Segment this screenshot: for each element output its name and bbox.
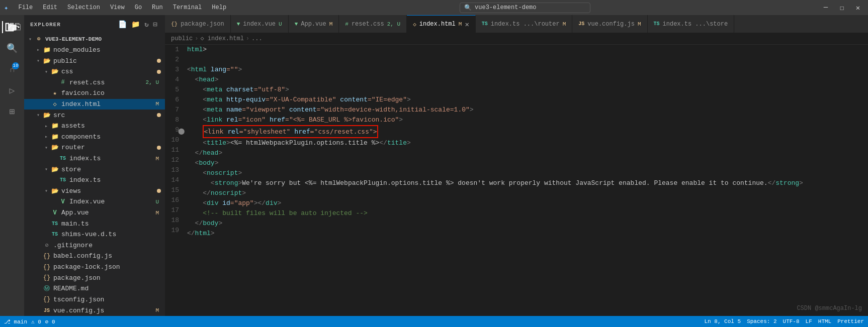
code-line-5: <meta http-equiv="X-UA-Compatible" conte… xyxy=(187,95,866,105)
status-branch[interactable]: ⎇ main xyxy=(4,318,27,325)
close-button[interactable]: ✕ xyxy=(852,3,864,12)
src-arrow: ▾ xyxy=(34,112,42,118)
menu-file[interactable]: File xyxy=(14,3,37,12)
activity-explorer[interactable]: ⎘ xyxy=(2,17,22,37)
refresh-button[interactable]: ↻ xyxy=(143,19,150,30)
tab-reset-css-badge: 2, U xyxy=(387,21,400,27)
code-editor[interactable]: 1 2 3 4 5 6 7 8 9 10 11 12 13 14 15 16 1… xyxy=(165,45,868,316)
activity-search[interactable]: 🔍 xyxy=(2,38,22,58)
gitignore-icon: ⊘ xyxy=(42,242,51,249)
tab-vue-config-label: vue.config.js xyxy=(587,21,635,28)
sidebar-item-views[interactable]: ▾ 📂 views xyxy=(24,186,165,197)
tab-reset-css[interactable]: # reset.css 2, U xyxy=(339,15,407,33)
css-file-icon: # xyxy=(58,79,67,86)
tab-router-index[interactable]: TS index.ts ...\router M xyxy=(476,15,572,33)
sidebar-item-babel[interactable]: {} babel.config.js xyxy=(24,251,165,262)
sidebar-item-reset-css[interactable]: # reset.css 2, U xyxy=(24,77,165,88)
package-json-tab-icon: {} xyxy=(171,21,178,27)
activity-run-debug[interactable]: ▷ xyxy=(2,80,22,100)
vue-config-badge: M xyxy=(155,307,161,313)
sidebar-root[interactable]: ▾ ⊕ VUE3-ELEMENT-DEMO xyxy=(24,34,165,45)
assets-folder-icon: 📁 xyxy=(50,122,59,130)
sidebar-item-readme[interactable]: Ⓜ README.md xyxy=(24,283,165,294)
sidebar-item-router[interactable]: ▾ 📂 router xyxy=(24,142,165,153)
sidebar-item-public[interactable]: ▾ 📂 public xyxy=(24,55,165,66)
router-label: router xyxy=(61,144,157,151)
status-position[interactable]: Ln 8, Col 5 xyxy=(705,318,741,324)
status-eol[interactable]: LF xyxy=(806,318,812,324)
new-file-button[interactable]: 📄 xyxy=(117,19,128,30)
code-line-3: <head> xyxy=(187,75,866,85)
code-line-2: <html lang=""> xyxy=(187,65,866,75)
sidebar-item-app-vue[interactable]: V App.vue M xyxy=(24,207,165,219)
router-index-badge: M xyxy=(155,156,161,162)
menu-selection[interactable]: Selection xyxy=(63,3,104,12)
code-line-18: </html> xyxy=(187,229,866,239)
sidebar-item-node-modules[interactable]: ▸ 📁 node_modules xyxy=(24,45,165,56)
sidebar-item-favicon[interactable]: ★ favicon.ico xyxy=(24,88,165,99)
menu-go[interactable]: Go xyxy=(131,3,146,12)
sidebar-item-src[interactable]: ▾ 📂 src xyxy=(24,110,165,121)
sidebar-item-package-json[interactable]: {} package.json xyxy=(24,272,165,283)
store-ts-icon: TS xyxy=(58,177,67,183)
menu-edit[interactable]: Edit xyxy=(39,3,61,12)
sidebar-item-index-vue[interactable]: V Index.vue U xyxy=(24,196,165,207)
minimize-button[interactable]: ─ xyxy=(820,3,832,12)
sidebar-item-index-html[interactable]: ◇ index.html M xyxy=(24,99,165,110)
status-language[interactable]: HTML xyxy=(818,318,831,324)
tab-store-index[interactable]: TS index.ts ...\store xyxy=(648,15,735,33)
sidebar-item-main-ts[interactable]: TS main.ts xyxy=(24,218,165,229)
status-bar: ⎇ main ⚠ 0 ⊘ 0 Ln 8, Col 5 Spaces: 2 UTF… xyxy=(0,316,868,327)
title-bar-left: ✦ File Edit Selection View Go Run Termin… xyxy=(4,3,230,12)
code-content: html> <html lang=""> <head> <meta charse… xyxy=(185,45,868,316)
sidebar-item-css[interactable]: ▾ 📂 css xyxy=(24,66,165,77)
components-arrow: ▸ xyxy=(42,134,50,140)
menu-run[interactable]: Run xyxy=(148,3,167,12)
status-spaces[interactable]: Spaces: 2 xyxy=(747,318,776,324)
new-folder-button[interactable]: 📁 xyxy=(130,19,141,30)
status-errors[interactable]: ⚠ 0 xyxy=(31,318,41,325)
activity-source-control[interactable]: ⑃ 10 xyxy=(2,59,22,79)
vue-config-tab-icon: JS xyxy=(578,21,584,27)
menu-terminal[interactable]: Terminal xyxy=(169,3,206,12)
status-formatter[interactable]: Prettier xyxy=(837,318,864,324)
breadcrumb-public[interactable]: public xyxy=(171,35,193,42)
sidebar-item-shims[interactable]: TS shims-vue.d.ts xyxy=(24,229,165,240)
sidebar-header: Explorer 📄 📁 ↻ ⊟ xyxy=(24,15,165,34)
tab-index-html-close[interactable]: ✕ xyxy=(465,20,469,29)
tab-package-json[interactable]: {} package.json xyxy=(165,15,231,33)
title-search[interactable]: 🔍 vue3-element-demo xyxy=(460,3,590,13)
public-folder-icon: 📂 xyxy=(42,57,51,65)
tab-app-vue[interactable]: ▼ App.vue M xyxy=(289,15,339,33)
sidebar-item-router-index[interactable]: TS index.ts M xyxy=(24,153,165,164)
views-dot xyxy=(157,189,161,193)
sidebar-item-vue-config[interactable]: JS vue.config.js M xyxy=(24,305,165,316)
sidebar-item-assets[interactable]: ▸ 📁 assets xyxy=(24,121,165,132)
sidebar-item-gitignore[interactable]: ⊘ .gitignore xyxy=(24,240,165,251)
app-vue-icon: V xyxy=(50,209,59,216)
maximize-button[interactable]: ☐ xyxy=(836,3,848,12)
tab-index-vue-label: index.vue xyxy=(243,21,276,28)
sidebar-item-components[interactable]: ▸ 📁 components xyxy=(24,131,165,142)
breadcrumb-more[interactable]: ... xyxy=(251,35,263,42)
assets-arrow: ▸ xyxy=(42,123,50,129)
title-bar: ✦ File Edit Selection View Go Run Termin… xyxy=(0,0,868,15)
main-ts-label: main.ts xyxy=(61,220,161,228)
router-folder-icon: 📂 xyxy=(50,144,59,151)
collapse-button[interactable]: ⊟ xyxy=(152,19,159,30)
menu-view[interactable]: View xyxy=(106,3,129,12)
vscode-icon: ✦ xyxy=(4,4,8,12)
activity-extensions[interactable]: ⊞ xyxy=(2,101,22,122)
sidebar-item-store[interactable]: ▾ 📂 store xyxy=(24,164,165,175)
sidebar-item-tsconfig[interactable]: {} tsconfig.json xyxy=(24,294,165,305)
breadcrumb-index-html[interactable]: ◇ index.html xyxy=(200,35,243,42)
tab-index-html[interactable]: ◇ index.html M ✕ xyxy=(407,15,476,33)
tab-vue-config-js[interactable]: JS vue.config.js M xyxy=(572,15,647,33)
sidebar-item-store-index[interactable]: TS index.ts xyxy=(24,175,165,186)
status-encoding[interactable]: UTF-8 xyxy=(783,318,800,324)
router-index-label: index.ts xyxy=(69,155,155,162)
status-warnings[interactable]: ⊘ 0 xyxy=(45,318,55,325)
sidebar-item-package-lock[interactable]: {} package-lock.json xyxy=(24,262,165,273)
menu-help[interactable]: Help xyxy=(208,3,230,12)
tab-index-vue[interactable]: ▼ index.vue U xyxy=(231,15,289,33)
